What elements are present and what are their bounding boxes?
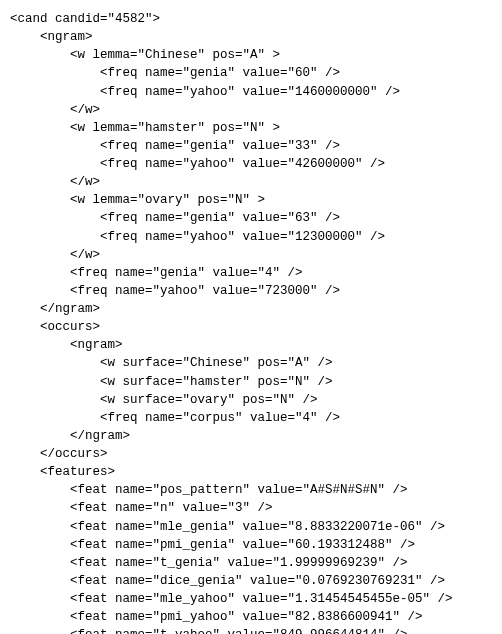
occurs-open: <occurs>	[10, 318, 492, 336]
ngram-freq1: <freq name="yahoo" value="723000" />	[10, 282, 492, 300]
w0-freq0: <freq name="genia" value="60" />	[10, 64, 492, 82]
feat-2: <feat name="mle_genia" value="8.88332200…	[10, 518, 492, 536]
feat-8: <feat name="t_yahoo" value="849.99664481…	[10, 626, 492, 634]
w1-open: <w lemma="hamster" pos="N" >	[10, 119, 492, 137]
w1-freq0: <freq name="genia" value="33" />	[10, 137, 492, 155]
w1-freq1: <freq name="yahoo" value="42600000" />	[10, 155, 492, 173]
occurs-ngram-close: </ngram>	[10, 427, 492, 445]
occurs-ngram-open: <ngram>	[10, 336, 492, 354]
cand-open: <cand candid="4582">	[10, 10, 492, 28]
occurs-close: </occurs>	[10, 445, 492, 463]
features-open: <features>	[10, 463, 492, 481]
occurs-w0: <w surface="Chinese" pos="A" />	[10, 354, 492, 372]
w2-close: </w>	[10, 246, 492, 264]
feat-3: <feat name="pmi_genia" value="60.1933124…	[10, 536, 492, 554]
feat-7: <feat name="pmi_yahoo" value="82.8386600…	[10, 608, 492, 626]
ngram-freq0: <freq name="genia" value="4" />	[10, 264, 492, 282]
w2-freq1: <freq name="yahoo" value="12300000" />	[10, 228, 492, 246]
w2-open: <w lemma="ovary" pos="N" >	[10, 191, 492, 209]
w1-close: </w>	[10, 173, 492, 191]
ngram-close: </ngram>	[10, 300, 492, 318]
feat-4: <feat name="t_genia" value="1.9999996923…	[10, 554, 492, 572]
occurs-freq: <freq name="corpus" value="4" />	[10, 409, 492, 427]
feat-5: <feat name="dice_genia" value="0.0769230…	[10, 572, 492, 590]
candid: 4582	[115, 12, 145, 26]
xml-snippet: <cand candid="4582"> <ngram> <w lemma="C…	[0, 0, 502, 634]
w2-freq0: <freq name="genia" value="63" />	[10, 209, 492, 227]
ngram-open: <ngram>	[10, 28, 492, 46]
feat-6: <feat name="mle_yahoo" value="1.31454545…	[10, 590, 492, 608]
feat-0: <feat name="pos_pattern" value="A#S#N#S#…	[10, 481, 492, 499]
occurs-w2: <w surface="ovary" pos="N" />	[10, 391, 492, 409]
w0-close: </w>	[10, 101, 492, 119]
w0-freq1: <freq name="yahoo" value="1460000000" />	[10, 83, 492, 101]
w0-open: <w lemma="Chinese" pos="A" >	[10, 46, 492, 64]
feat-1: <feat name="n" value="3" />	[10, 499, 492, 517]
occurs-w1: <w surface="hamster" pos="N" />	[10, 373, 492, 391]
